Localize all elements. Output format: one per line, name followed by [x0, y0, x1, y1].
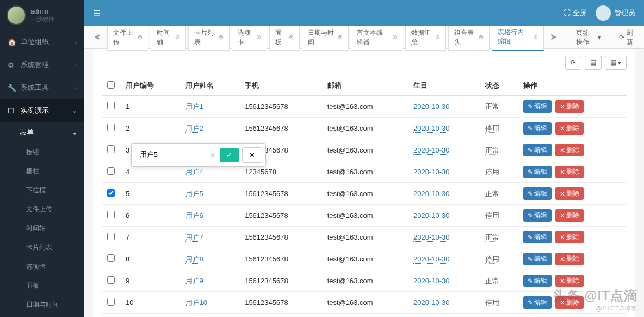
- cell-status[interactable]: 停用: [485, 211, 499, 220]
- cell-status[interactable]: 正常: [485, 277, 499, 285]
- cell-birthday[interactable]: 2020-10-30: [413, 146, 450, 155]
- edit-button[interactable]: ✎编辑: [523, 144, 552, 156]
- tab-1[interactable]: 时间轴⊗: [151, 24, 186, 51]
- close-icon[interactable]: ⊗: [479, 34, 484, 41]
- sidebar-item-0[interactable]: 🏠 单位组织 ‹: [0, 31, 84, 53]
- cell-birthday[interactable]: 2020-10-30: [413, 168, 450, 176]
- close-icon[interactable]: ⊗: [138, 34, 143, 41]
- delete-button[interactable]: ✕删除: [555, 187, 584, 200]
- sidebar-subsub-9[interactable]: 富文本编辑器: [0, 314, 84, 317]
- tab-6[interactable]: 富文本编辑器⊗: [351, 24, 403, 51]
- cell-name[interactable]: 用户6: [185, 211, 203, 220]
- edit-button[interactable]: ✎编辑: [523, 166, 552, 178]
- tab-9[interactable]: 表格行内编辑⊗: [492, 24, 544, 51]
- cell-birthday[interactable]: 2020-10-30: [413, 233, 450, 242]
- close-icon[interactable]: ⊗: [435, 34, 440, 41]
- col-status[interactable]: 状态: [480, 76, 518, 95]
- close-icon[interactable]: ⊗: [338, 34, 343, 41]
- inline-edit-input[interactable]: [135, 148, 216, 162]
- sidebar-subsub-4[interactable]: 时间轴: [0, 219, 84, 238]
- sidebar-subsub-6[interactable]: 选项卡: [0, 257, 84, 276]
- edit-button[interactable]: ✎编辑: [523, 100, 552, 113]
- cell-birthday[interactable]: 2020-10-30: [413, 211, 450, 220]
- cell-status[interactable]: 正常: [485, 102, 499, 111]
- sidebar-item-3[interactable]: ☐ 实例演示 ⌄: [0, 99, 84, 122]
- delete-button[interactable]: ✕删除: [555, 122, 584, 135]
- tabs-scroll-right[interactable]: ⮞: [545, 31, 562, 45]
- col-phone[interactable]: 手机: [239, 76, 321, 95]
- cell-birthday[interactable]: 2020-10-30: [413, 277, 450, 285]
- cell-status[interactable]: 正常: [485, 190, 499, 198]
- close-icon[interactable]: ⊗: [392, 34, 397, 41]
- cell-birthday[interactable]: 2020-10-30: [413, 102, 450, 111]
- cell-birthday[interactable]: 2020-10-30: [413, 255, 450, 264]
- avatar[interactable]: [7, 5, 26, 25]
- close-icon[interactable]: ⊗: [289, 34, 294, 41]
- row-checkbox[interactable]: [107, 254, 115, 262]
- cell-birthday[interactable]: 2020-10-30: [413, 298, 450, 307]
- cell-name[interactable]: 用户9: [185, 277, 203, 285]
- sidebar-subsub-1[interactable]: 栅栏: [0, 162, 84, 181]
- sidebar-subsub-8[interactable]: 日期与时间: [0, 295, 84, 314]
- col-id[interactable]: 用户编号: [120, 76, 180, 95]
- cell-status[interactable]: 正常: [485, 146, 499, 155]
- cell-name[interactable]: 用户5: [185, 190, 203, 198]
- edit-button[interactable]: ✎编辑: [523, 231, 552, 243]
- hamburger-icon[interactable]: ☰: [93, 8, 101, 19]
- delete-button[interactable]: ✕删除: [555, 253, 584, 265]
- row-checkbox[interactable]: [107, 276, 115, 284]
- cell-birthday[interactable]: 2020-10-30: [413, 190, 450, 198]
- tab-4[interactable]: 面板⊗: [269, 24, 299, 51]
- refresh-button[interactable]: ⟳ 刷新: [615, 26, 640, 49]
- tabs-scroll-left[interactable]: ⮜: [89, 31, 106, 45]
- cell-status[interactable]: 停用: [485, 255, 499, 264]
- columns-button[interactable]: ▦ ▾: [605, 56, 627, 70]
- delete-button[interactable]: ✕删除: [555, 100, 584, 113]
- tab-0[interactable]: 文件上传⊗: [107, 24, 148, 51]
- tab-7[interactable]: 数据汇总⊗: [405, 24, 447, 51]
- delete-button[interactable]: ✕删除: [555, 296, 584, 309]
- reload-button[interactable]: ⟳: [565, 56, 581, 70]
- row-checkbox[interactable]: [107, 211, 115, 218]
- tab-3[interactable]: 选项卡⊗: [232, 24, 267, 51]
- sidebar-subsub-2[interactable]: 下拉框: [0, 181, 84, 200]
- delete-button[interactable]: ✕删除: [555, 166, 584, 178]
- sidebar-subsub-3[interactable]: 文件上传: [0, 200, 84, 219]
- edit-button[interactable]: ✎编辑: [523, 275, 552, 287]
- sidebar-subsub-5[interactable]: 卡片列表: [0, 238, 84, 257]
- cell-birthday[interactable]: 2020-10-30: [413, 124, 450, 133]
- tab-8[interactable]: 组合表头⊗: [448, 24, 490, 51]
- delete-button[interactable]: ✕删除: [555, 209, 584, 222]
- cell-name[interactable]: 用户1: [185, 102, 203, 111]
- toggle-view-button[interactable]: ▤: [585, 56, 602, 70]
- close-icon[interactable]: ⊗: [175, 34, 180, 41]
- row-checkbox[interactable]: [107, 189, 115, 197]
- row-checkbox[interactable]: [107, 298, 115, 306]
- confirm-button[interactable]: ✓: [220, 148, 239, 162]
- cell-name[interactable]: 用户8: [185, 255, 203, 264]
- delete-button[interactable]: ✕删除: [555, 275, 584, 287]
- row-checkbox[interactable]: [107, 233, 115, 240]
- row-checkbox[interactable]: [107, 167, 115, 175]
- close-icon[interactable]: ⊗: [533, 34, 538, 41]
- col-name[interactable]: 用户姓名: [180, 76, 240, 95]
- col-birth[interactable]: 生日: [408, 76, 480, 95]
- cell-status[interactable]: 停用: [485, 298, 499, 307]
- edit-button[interactable]: ✎编辑: [523, 296, 552, 309]
- clear-icon[interactable]: ⊗: [210, 151, 216, 158]
- tab-5[interactable]: 日期与时间⊗: [302, 24, 349, 51]
- tab-ops-dropdown[interactable]: 页签操作 ▾: [572, 26, 605, 49]
- select-all-checkbox[interactable]: [107, 81, 115, 89]
- delete-button[interactable]: ✕删除: [555, 144, 584, 156]
- cell-name[interactable]: 用户10: [185, 298, 207, 307]
- close-icon[interactable]: ⊗: [256, 34, 261, 41]
- col-email[interactable]: 邮箱: [322, 76, 408, 95]
- sidebar-sub-forms[interactable]: 表单 ⌄: [0, 122, 84, 143]
- sidebar-subsub-0[interactable]: 按钮: [0, 143, 84, 162]
- edit-button[interactable]: ✎编辑: [523, 253, 552, 265]
- edit-button[interactable]: ✎编辑: [523, 122, 552, 135]
- admin-menu[interactable]: 管理员: [596, 5, 635, 21]
- cell-status[interactable]: 停用: [485, 168, 499, 176]
- sidebar-subsub-7[interactable]: 面板: [0, 276, 84, 295]
- cell-status[interactable]: 正常: [485, 233, 499, 242]
